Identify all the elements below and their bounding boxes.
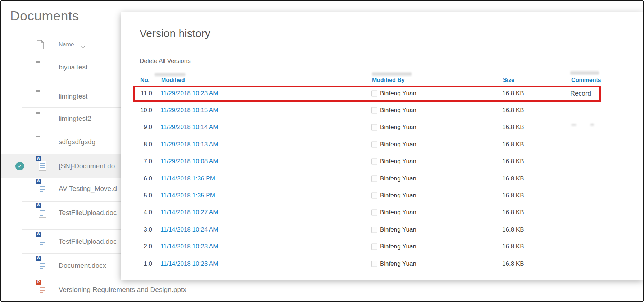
modified-by-name: Binfeng Yuan (380, 260, 416, 267)
file-name[interactable]: limingtest2 (59, 115, 91, 123)
version-number: 9.0 (132, 124, 152, 131)
version-modified-link[interactable]: 11/14/2018 10:23 AM (160, 243, 218, 250)
redaction-smudge (570, 71, 599, 75)
delete-all-versions-link[interactable]: Delete All Versions (140, 58, 191, 65)
version-size: 16.8 KB (502, 226, 524, 233)
folder-icon (36, 62, 47, 72)
list-item[interactable]: ✓ W TestFileUpload.doc (0, 234, 122, 250)
version-row: 5.0 11/14/2018 1:35 PM Binfeng Yuan 16.8… (121, 187, 643, 204)
version-number: 10.0 (132, 107, 152, 114)
folder-icon (36, 114, 47, 124)
column-header-comments[interactable]: Comments (571, 77, 601, 83)
powerpoint-file-icon: P (36, 285, 47, 295)
modified-by-checkbox[interactable] (371, 244, 377, 250)
version-row: 4.0 11/14/2018 10:27 AM Binfeng Yuan 16.… (121, 204, 643, 221)
chevron-down-icon (81, 44, 86, 47)
modified-by-name: Binfeng Yuan (380, 175, 416, 182)
file-name[interactable]: Versioning Requirements and Design.pptx (59, 286, 186, 294)
modified-by-checkbox[interactable] (371, 175, 377, 182)
file-list-header: Name (0, 39, 122, 55)
row-divider (22, 201, 122, 202)
version-size: 16.8 KB (502, 192, 524, 199)
modified-by-checkbox[interactable] (371, 159, 377, 165)
modified-by-name: Binfeng Yuan (380, 124, 416, 131)
version-size: 16.8 KB (502, 141, 524, 148)
list-item[interactable]: ✓ W TestFileUpload.doc (0, 205, 122, 221)
version-modified-link[interactable]: 11/14/2018 1:36 PM (160, 175, 215, 182)
version-size: 16.8 KB (502, 243, 524, 250)
version-number: 2.0 (132, 243, 152, 250)
modified-by-checkbox[interactable] (371, 261, 377, 267)
version-row: 1.0 11/14/2018 10:23 AM Binfeng Yuan 16.… (121, 255, 643, 272)
modified-by-checkbox[interactable] (371, 210, 377, 216)
list-item[interactable]: ✓ biyuaTest (0, 59, 122, 75)
version-modified-link[interactable]: 11/29/2018 10:13 AM (160, 141, 218, 148)
version-row: 9.0 11/29/2018 10:14 AM Binfeng Yuan 16.… (121, 119, 643, 136)
version-number: 1.0 (132, 260, 152, 267)
file-name[interactable]: TestFileUpload.doc (59, 209, 117, 217)
modified-by-name: Binfeng Yuan (380, 158, 416, 165)
screenshot-root: Documents Name ✓ (0, 0, 644, 302)
folder-icon (36, 137, 47, 147)
row-divider (22, 55, 122, 55)
modified-by-name: Binfeng Yuan (380, 141, 416, 148)
version-modified-link[interactable]: 11/14/2018 10:23 AM (160, 260, 218, 267)
version-modified-link[interactable]: 11/14/2018 1:35 PM (160, 192, 215, 199)
list-item[interactable]: ✓ limingtest2 (0, 111, 122, 127)
version-size: 16.8 KB (502, 175, 524, 182)
list-item[interactable]: ✓ W [SN]-Document.do (0, 158, 122, 174)
modified-by-name: Binfeng Yuan (380, 192, 416, 199)
folder-icon (36, 91, 47, 101)
version-number: 8.0 (132, 141, 152, 148)
version-table-header: No. Modified Modified By Size Comments (121, 77, 643, 86)
file-name[interactable]: [SN]-Document.do (59, 162, 115, 170)
file-name[interactable]: AV Testing_Move.d (59, 185, 117, 193)
column-header-no[interactable]: No. (140, 77, 150, 83)
list-item[interactable]: ✓ P Versioning Requirements and Design.p… (0, 282, 122, 298)
column-header-modified[interactable]: Modified (161, 77, 185, 83)
selected-check-icon[interactable]: ✓ (15, 162, 24, 170)
version-number: 4.0 (132, 209, 152, 216)
modified-by-name: Binfeng Yuan (380, 209, 416, 216)
redaction-smudge (571, 124, 576, 126)
file-type-column-icon (37, 40, 44, 49)
file-name[interactable]: Document.docx (59, 262, 106, 270)
version-number: 5.0 (132, 192, 152, 199)
column-header-size[interactable]: Size (503, 77, 514, 83)
modified-by-checkbox[interactable] (371, 107, 377, 114)
version-modified-link[interactable]: 11/29/2018 10:15 AM (160, 107, 218, 114)
file-name[interactable]: sdfgsdfgsdg (59, 138, 95, 146)
version-row: 7.0 11/29/2018 10:08 AM Binfeng Yuan 16.… (121, 153, 643, 170)
word-file-icon: W (36, 237, 47, 247)
name-column-header[interactable]: Name (59, 41, 74, 48)
row-divider (22, 278, 122, 278)
version-number: 6.0 (132, 175, 152, 182)
file-name[interactable]: biyuaTest (59, 63, 87, 71)
version-number: 3.0 (132, 226, 152, 233)
word-file-icon: W (36, 208, 47, 218)
row-divider (22, 253, 122, 254)
modified-by-checkbox[interactable] (371, 141, 377, 147)
row-divider (22, 84, 122, 84)
version-modified-link[interactable]: 11/29/2018 10:08 AM (160, 158, 218, 165)
version-row: 6.0 11/14/2018 1:36 PM Binfeng Yuan 16.8… (121, 170, 643, 187)
version-modified-link[interactable]: 11/14/2018 10:27 AM (160, 209, 218, 216)
list-item[interactable]: ✓ limingtest (0, 88, 122, 104)
modified-by-checkbox[interactable] (371, 226, 377, 233)
modified-by-name: Binfeng Yuan (380, 107, 416, 114)
version-row: 8.0 11/29/2018 10:13 AM Binfeng Yuan 16.… (121, 136, 643, 153)
modified-by-checkbox[interactable] (371, 124, 377, 131)
list-item[interactable]: ✓ W AV Testing_Move.d (0, 181, 122, 197)
modified-by-checkbox[interactable] (371, 193, 377, 199)
modified-by-name: Binfeng Yuan (380, 243, 416, 250)
version-size: 16.8 KB (502, 158, 524, 165)
list-item[interactable]: ✓ W Document.docx (0, 258, 122, 274)
version-modified-link[interactable]: 11/29/2018 10:14 AM (160, 124, 218, 131)
column-header-modified-by[interactable]: Modified By (372, 77, 405, 83)
file-name[interactable]: limingtest (59, 92, 87, 100)
word-file-icon: W (36, 261, 47, 271)
version-history-dialog: Version history Delete All Versions No. … (121, 12, 643, 280)
file-name[interactable]: TestFileUpload.doc (59, 238, 117, 246)
list-item[interactable]: ✓ sdfgsdfgsdg (0, 134, 122, 150)
version-modified-link[interactable]: 11/14/2018 10:24 AM (160, 226, 218, 233)
